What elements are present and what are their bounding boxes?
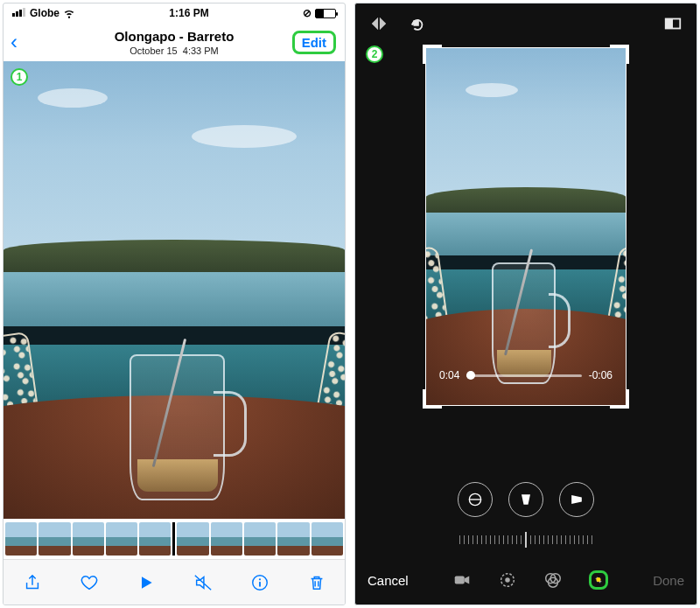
film-frame[interactable] <box>106 522 137 556</box>
step-badge-2: 2 <box>366 45 383 63</box>
back-button[interactable]: ‹ <box>10 30 18 54</box>
film-frame[interactable] <box>312 522 343 556</box>
favorite-button[interactable] <box>78 571 101 594</box>
svg-rect-4 <box>666 19 673 29</box>
orientation-lock-icon: ⊘ <box>303 7 312 19</box>
crop-frame-overlay[interactable] <box>425 47 626 406</box>
film-frame[interactable] <box>177 522 208 556</box>
film-frame[interactable] <box>211 522 242 556</box>
editor-bottom-bar: Cancel Done <box>355 556 696 605</box>
scene-illustration <box>4 61 345 519</box>
editor-top-icons <box>355 3 696 44</box>
cancel-button[interactable]: Cancel <box>368 573 409 588</box>
crop-handle-tr[interactable] <box>610 45 629 64</box>
info-button[interactable] <box>248 571 271 594</box>
carrier-label: Globe <box>30 7 60 19</box>
editor-main: 2 0:04 <box>355 44 696 472</box>
video-mode-icon[interactable] <box>452 570 472 590</box>
edit-button[interactable]: Edit <box>292 31 336 54</box>
crop-handle-br[interactable] <box>610 389 629 409</box>
svg-point-9 <box>506 577 511 583</box>
filmstrip[interactable] <box>4 519 345 559</box>
date-time-subtitle: October 15 4:33 PM <box>115 45 234 56</box>
straighten-button[interactable] <box>458 482 493 517</box>
film-frame[interactable] <box>244 522 276 556</box>
film-frame[interactable] <box>139 522 171 556</box>
filters-mode-icon[interactable] <box>543 570 563 590</box>
nav-bar: ‹ Olongapo - Barreto October 15 4:33 PM … <box>4 23 345 61</box>
perspective-buttons <box>355 472 696 524</box>
wifi-icon <box>63 7 75 19</box>
svg-rect-2 <box>259 582 261 587</box>
film-frame[interactable] <box>277 522 309 556</box>
film-frame[interactable] <box>73 522 104 556</box>
crop-mode-icon[interactable] <box>589 570 608 590</box>
svg-point-1 <box>258 578 260 580</box>
title-block: Olongapo - Barreto October 15 4:33 PM <box>115 29 234 56</box>
status-bar: Globe 1:16 PM ⊘ <box>4 3 345 23</box>
adjust-mode-icon[interactable] <box>498 570 517 590</box>
step-badge-1: 1 <box>10 68 28 86</box>
done-button[interactable]: Done <box>653 573 684 588</box>
angle-ruler[interactable] <box>355 524 696 556</box>
photo-preview[interactable]: 1 <box>4 61 345 519</box>
share-button[interactable] <box>21 571 44 594</box>
photos-view-screen: Globe 1:16 PM ⊘ ‹ Olongapo - Barreto Oct… <box>3 3 346 605</box>
location-title: Olongapo - Barreto <box>115 29 234 44</box>
signal-bars-icon <box>12 7 26 19</box>
aspect-ratio-icon[interactable] <box>663 14 682 33</box>
mute-button[interactable] <box>192 571 214 594</box>
vertical-perspective-button[interactable] <box>508 482 543 517</box>
ruler-center-tick <box>525 532 527 548</box>
play-button[interactable] <box>135 571 158 594</box>
clock-label: 1:16 PM <box>169 7 208 19</box>
crop-handle-bl[interactable] <box>423 389 442 409</box>
rotate-icon[interactable] <box>408 14 427 33</box>
bottom-toolbar <box>4 559 345 605</box>
crop-handle-tl[interactable] <box>423 45 442 64</box>
video-crop-editor-screen: 2 0:04 <box>354 3 697 605</box>
battery-icon <box>315 9 336 18</box>
horizontal-perspective-button[interactable] <box>559 482 594 517</box>
film-frame[interactable] <box>38 522 70 556</box>
delete-button[interactable] <box>305 571 328 594</box>
flip-horizontal-icon[interactable] <box>369 14 388 33</box>
playhead[interactable] <box>172 522 175 556</box>
active-mode-dot <box>597 577 601 582</box>
crop-area[interactable]: 0:04 -0:06 <box>425 47 626 406</box>
film-frame[interactable] <box>5 522 37 556</box>
svg-rect-7 <box>455 576 465 584</box>
